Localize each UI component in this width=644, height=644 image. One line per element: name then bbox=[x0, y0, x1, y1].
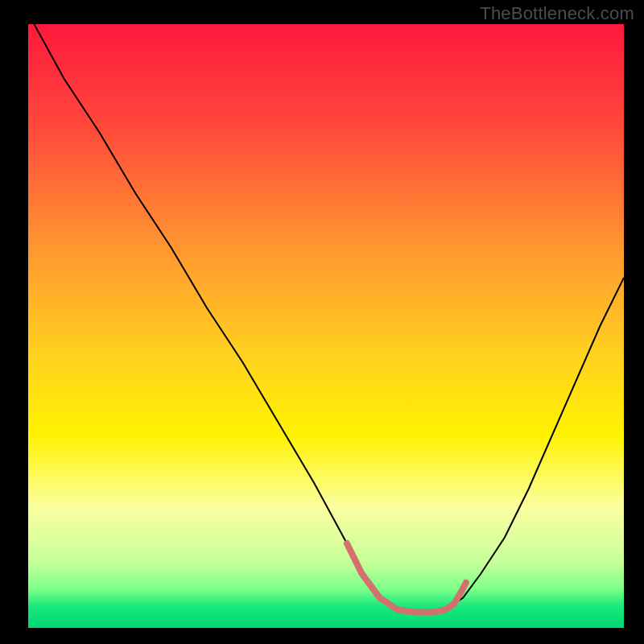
gradient-background bbox=[28, 24, 624, 628]
watermark-text: TheBottleneck.com bbox=[480, 3, 634, 24]
bottleneck-chart bbox=[0, 0, 644, 644]
chart-stage: TheBottleneck.com bbox=[0, 0, 644, 644]
